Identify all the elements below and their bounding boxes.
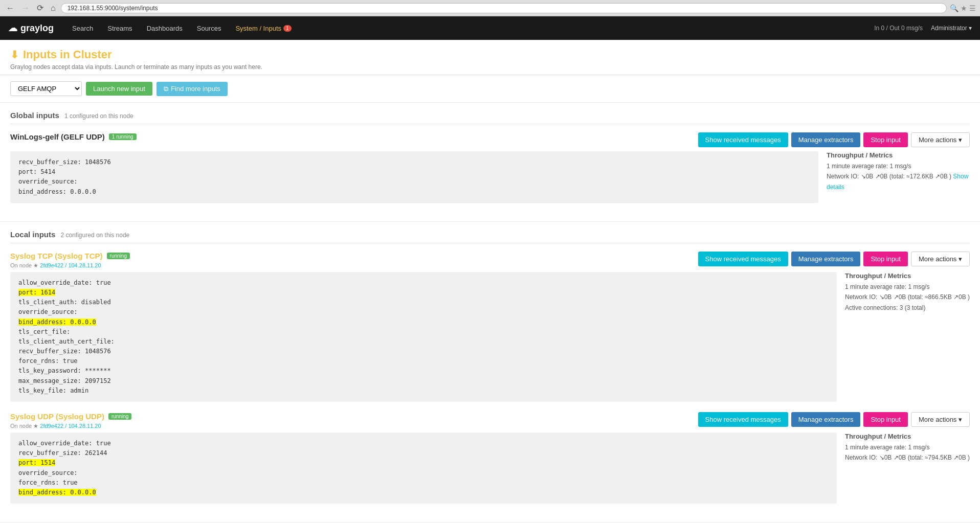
browser-back[interactable]: ← [4,3,16,14]
nav-streams[interactable]: Streams [101,16,138,40]
local-input-0-actions: Show received messages Manage extractors… [698,252,970,266]
local-metrics-0-line-2: Active connections: 3 (3 total) [845,303,970,313]
local-input-1-metrics: Throughput / Metrics 1 minute average ra… [845,433,970,504]
global-show-messages-button[interactable]: Show received messages [698,132,788,147]
browser-forward[interactable]: → [19,3,32,14]
page-icon: ⬇ [10,49,19,61]
local-input-card-1: Syslog UDP (Syslog UDP) running On node … [10,412,970,504]
page-content: ⬇ Inputs in Cluster Graylog nodes accept… [0,40,980,522]
config-line: force_rdns: true [18,478,829,488]
nav-search[interactable]: Search [66,16,99,40]
global-more-actions-button[interactable]: More actions ▾ [911,132,970,147]
metrics-title: Throughput / Metrics [827,151,970,159]
config-line: port: 5414 [18,167,810,177]
local-inputs-header: Local inputs 2 configured on this node [10,230,970,239]
config-line: recv_buffer_size: 262144 [18,448,829,458]
local-input-1-title-row: Syslog UDP (Syslog UDP) running [10,412,131,421]
local-input-1-badge: running [108,413,131,420]
config-line: port: 1514 [18,458,829,468]
config-line: max_message_size: 2097152 [18,376,829,386]
local-input-0-badge: running [107,253,130,259]
browser-reload[interactable]: ⟳ [35,2,46,14]
nav-badge: 1 [283,25,292,32]
local-1-show-messages-button[interactable]: Show received messages [698,412,788,427]
nav-system-inputs-label: System / Inputs [235,25,281,32]
page-header: ⬇ Inputs in Cluster Graylog nodes accept… [0,40,980,75]
browser-icons: 🔍 ★ ☰ [950,4,976,12]
config-line: port: 1614 [18,288,829,298]
config-line: override_source: [18,307,829,317]
local-input-card-0: Syslog TCP (Syslog TCP) running On node … [10,252,970,402]
local-input-0-config: allow_override_date: true port: 1614 tls… [10,272,837,402]
global-input-body: recv_buffer_size: 1048576 port: 5414 ove… [10,151,970,203]
local-metrics-0-line-1: Network IO: ↘0B ↗0B (total: ≈866.5KB ↗0B… [845,292,970,302]
global-input-metrics: Throughput / Metrics 1 minute average ra… [827,151,970,203]
input-type-select[interactable]: GELF AMQP GELF HTTP GELF TCP GELF UDP Sy… [10,81,82,96]
global-input-actions: Show received messages Manage extractors… [698,132,970,147]
config-line: bind_address: 0.0.0.0 [18,488,829,497]
config-line: tls_key_file: admin [18,386,829,396]
config-line: recv_buffer_size: 1048576 [18,157,810,167]
global-inputs-section: Global inputs 1 configured on this node … [0,103,980,221]
config-line: tls_key_password: ******* [18,366,829,376]
metrics-line-0: 1 minute average rate: 1 msg/s [827,161,970,171]
local-0-stop-input-button[interactable]: Stop input [863,252,908,266]
local-input-1-node-link[interactable]: 2fd9e422 / 104.28.11.20 [40,423,101,429]
local-metrics-1-line-0: 1 minute average rate: 1 msg/s [845,442,970,452]
metrics-title-1: Throughput / Metrics [845,433,970,440]
config-line: override_source: [18,468,829,478]
brand-name: graylog [20,23,54,34]
global-divider [10,124,970,124]
metrics-line-1: Network IO: ↘0B ↗0B (total: ≈172.6KB ↗0B… [827,171,970,192]
global-stop-input-button[interactable]: Stop input [863,132,908,147]
config-line: recv_buffer_size: 1048576 [18,347,829,356]
local-input-1-body: allow_override_date: true recv_buffer_si… [10,433,970,504]
local-input-0-node-link[interactable]: 2fd9e422 / 104.28.11.20 [40,262,101,268]
local-metrics-0-line-0: 1 minute average rate: 1 msg/s [845,282,970,292]
find-inputs-button[interactable]: ⧉ Find more inputs [157,82,228,96]
main-nav: Search Streams Dashboards Sources System… [66,16,874,40]
local-0-manage-extractors-button[interactable]: Manage extractors [791,252,861,266]
throughput-text: In 0 / Out 0 msg/s [874,25,923,32]
local-0-show-messages-button[interactable]: Show received messages [698,252,788,266]
local-1-manage-extractors-button[interactable]: Manage extractors [791,412,861,427]
nav-dashboards[interactable]: Dashboards [141,16,189,40]
local-metrics-1-line-1: Network IO: ↘0B ↗0B (total: ≈794.5KB ↗0B… [845,452,970,463]
local-divider [10,243,970,243]
global-inputs-header: Global inputs 1 configured on this node [10,111,970,120]
local-input-1-config: allow_override_date: true recv_buffer_si… [10,433,837,504]
page-subtitle: Graylog nodes accept data via inputs. La… [10,63,970,71]
local-inputs-section: Local inputs 2 configured on this node S… [0,221,980,522]
config-line: allow_override_date: true [18,439,829,448]
browser-bar: ← → ⟳ ⌂ 192.168.1.55:9000/system/inputs … [0,0,980,16]
find-label: Find more inputs [171,85,220,93]
local-input-0-node: On node ★ 2fd9e422 / 104.28.11.20 [10,262,130,269]
admin-menu[interactable]: Administrator ▾ [931,25,972,32]
local-0-more-actions-button[interactable]: More actions ▾ [911,252,970,266]
url-text: 192.168.1.55:9000/system/inputs [68,5,158,12]
global-input-name: WinLogs-gelf (GELF UDP) [10,132,105,141]
config-line: bind_address: 0.0.0.0 [18,317,829,327]
global-input-card-0: WinLogs-gelf (GELF UDP) 1 running Show r… [10,132,970,203]
local-1-more-actions-button[interactable]: More actions ▾ [911,412,970,427]
global-manage-extractors-button[interactable]: Manage extractors [791,132,861,147]
local-input-0-metrics: Throughput / Metrics 1 minute average ra… [845,272,970,402]
nav-system-inputs[interactable]: System / Inputs 1 [229,16,297,40]
navbar-right: In 0 / Out 0 msg/s Administrator ▾ [874,25,972,32]
config-line: tls_client_auth_cert_file: [18,337,829,347]
show-details-link[interactable]: Show details [827,173,968,190]
config-line: bind_address: 0.0.0.0 [18,187,810,197]
global-inputs-label: Global inputs [10,111,59,120]
local-input-1-node: On node ★ 2fd9e422 / 104.28.11.20 [10,423,131,429]
launch-input-button[interactable]: Launch new input [86,82,152,96]
local-inputs-count: 2 configured on this node [61,232,130,239]
nav-sources[interactable]: Sources [191,16,228,40]
brand-logo[interactable]: ☁ graylog [8,22,54,34]
toolbar: GELF AMQP GELF HTTP GELF TCP GELF UDP Sy… [0,75,980,103]
local-input-1-name: Syslog UDP (Syslog UDP) [10,412,104,421]
local-input-0-name: Syslog TCP (Syslog TCP) [10,252,103,260]
local-input-0-body: allow_override_date: true port: 1614 tls… [10,272,970,402]
config-line: tls_client_auth: disabled [18,298,829,307]
browser-home[interactable]: ⌂ [49,3,58,14]
local-1-stop-input-button[interactable]: Stop input [863,412,908,427]
